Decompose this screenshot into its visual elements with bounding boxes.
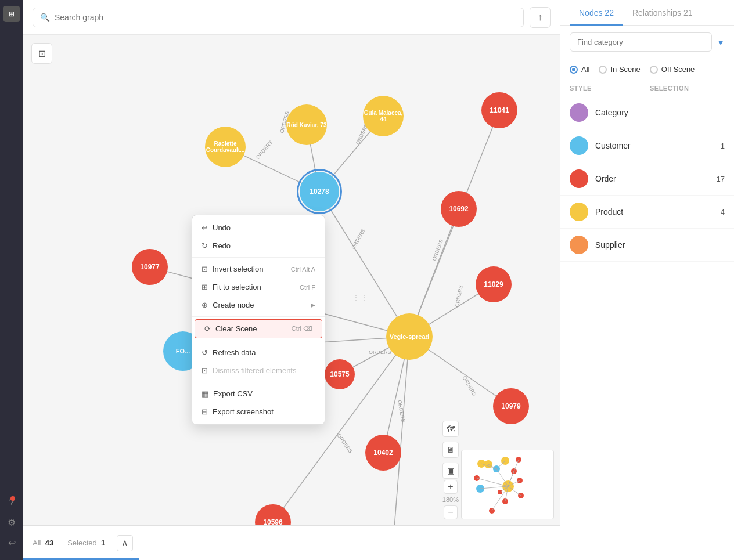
svg-text:ORDERS: ORDERS xyxy=(350,228,366,250)
ctx-redo[interactable]: ↻ Redo xyxy=(192,237,325,255)
radio-off-scene-label: Off Scene xyxy=(661,65,695,74)
node-11029[interactable]: 11029 xyxy=(476,266,512,302)
create-icon: ⊕ xyxy=(202,301,208,309)
ctx-screenshot-label: Export screenshot xyxy=(213,407,274,416)
panel-tabs: Nodes 22 Relationships 21 xyxy=(560,0,734,26)
ctx-invert-label: Invert selection xyxy=(213,265,263,273)
filter-button[interactable]: ⊡ xyxy=(31,43,52,64)
refresh-icon: ↺ xyxy=(202,348,208,357)
ctx-create[interactable]: ⊕ Create node ▶ xyxy=(192,296,325,314)
layout-button[interactable]: ▣ xyxy=(442,463,459,479)
ctx-undo-label: Undo xyxy=(213,223,231,232)
order-count: 17 xyxy=(717,175,725,183)
ctx-dismiss-label: Dismiss filtered elements xyxy=(213,366,297,375)
ctx-refresh[interactable]: ↺ Refresh data xyxy=(192,344,325,362)
selection-header: SELECTION xyxy=(650,85,689,92)
ctx-csv[interactable]: ▦ Export CSV xyxy=(192,385,325,403)
zoom-in-button[interactable]: + xyxy=(444,480,458,494)
tab-relationships[interactable]: Relationships 21 xyxy=(623,0,702,26)
zoom-out-button[interactable]: − xyxy=(444,505,458,519)
svg-text:ORDERS: ORDERS xyxy=(454,285,464,308)
map-button[interactable]: 🗺 xyxy=(442,421,459,437)
category-table-header: STYLE SELECTION xyxy=(560,80,734,96)
ctx-fit[interactable]: ⊞ Fit to selection Ctrl F xyxy=(192,278,325,296)
node-10977[interactable]: 10977 xyxy=(132,249,168,285)
customer-count: 1 xyxy=(721,142,725,150)
category-row-supplier[interactable]: Supplier xyxy=(560,229,734,262)
selected-stat: Selected 1 xyxy=(67,539,105,547)
right-panel: Nodes 22 Relationships 21 ▼ All In Scene… xyxy=(560,0,734,560)
category-row-product[interactable]: Product 4 xyxy=(560,196,734,229)
node-rod-kaviar[interactable]: Röd Kaviar, 73 xyxy=(286,104,327,145)
radio-all[interactable]: All xyxy=(570,65,589,74)
expand-bottom-button[interactable]: ∧ xyxy=(117,535,133,551)
node-10979[interactable]: 10979 xyxy=(493,388,529,424)
radio-off-scene[interactable]: Off Scene xyxy=(650,65,695,74)
app-logo: ⊞ xyxy=(3,6,20,22)
ctx-csv-label: Export CSV xyxy=(213,389,253,398)
node-gula-malacca[interactable]: Gula Malacca, 44 xyxy=(363,96,404,136)
settings-icon[interactable]: ⚙ xyxy=(8,517,16,528)
redo-icon: ↻ xyxy=(202,241,208,250)
radio-off-scene-circle xyxy=(650,66,658,74)
customer-name: Customer xyxy=(595,141,714,150)
ctx-divider-4 xyxy=(192,382,325,382)
product-name: Product xyxy=(595,207,714,216)
category-color-swatch xyxy=(570,103,588,122)
node-10402[interactable]: 10402 xyxy=(365,435,401,471)
product-color-swatch xyxy=(570,203,588,221)
ctx-fit-label: Fit to selection xyxy=(213,283,261,291)
find-category-input[interactable] xyxy=(570,32,712,52)
upload-button[interactable]: ↑ xyxy=(530,7,550,28)
all-count: 43 xyxy=(45,539,53,547)
ctx-undo[interactable]: ↩ Undo xyxy=(192,219,325,237)
ctx-screenshot[interactable]: ⊟ Export screenshot xyxy=(192,403,325,421)
node-11041[interactable]: 11041 xyxy=(481,92,517,128)
radio-all-label: All xyxy=(581,65,589,74)
csv-icon: ▦ xyxy=(202,389,208,398)
selected-count: 1 xyxy=(101,539,105,547)
svg-text:ORDERS: ORDERS xyxy=(461,375,477,397)
panel-search-area: ▼ xyxy=(560,26,734,59)
minimap xyxy=(461,450,554,519)
order-name: Order xyxy=(595,174,710,183)
ctx-dismiss: ⊡ Dismiss filtered elements xyxy=(192,362,325,380)
style-header: STYLE xyxy=(570,85,592,92)
search-input[interactable] xyxy=(55,13,516,22)
fit-view-button[interactable]: 🖥 xyxy=(442,442,459,458)
category-row-category[interactable]: Category xyxy=(560,96,734,129)
bottom-bar: All 43 Selected 1 ∧ xyxy=(23,525,560,560)
node-10575[interactable]: 10575 xyxy=(325,359,355,389)
main-area: 🔍 ↑ ⊡ xyxy=(23,0,560,560)
node-raclette[interactable]: Raclette Courdavault... xyxy=(205,127,246,167)
back-icon[interactable]: ↩ xyxy=(8,537,16,548)
notifications-icon[interactable]: ? xyxy=(9,497,15,508)
svg-text:ORDERS: ORDERS xyxy=(397,400,406,423)
ctx-clear[interactable]: ⟳ Clear Scene Ctrl ⌫ xyxy=(195,319,322,338)
category-row-customer[interactable]: Customer 1 xyxy=(560,129,734,162)
node-10692[interactable]: 10692 xyxy=(441,191,477,227)
svg-line-50 xyxy=(496,461,505,469)
search-box[interactable]: 🔍 xyxy=(33,8,524,27)
ctx-redo-label: Redo xyxy=(213,241,231,250)
chevron-up-icon: ∧ xyxy=(121,537,128,548)
panel-resize-handle[interactable]: ⋮⋮ xyxy=(352,293,368,302)
panel-filter-icon[interactable]: ▼ xyxy=(717,38,725,47)
tab-nodes[interactable]: Nodes 22 xyxy=(570,0,623,26)
search-icon: 🔍 xyxy=(40,13,50,22)
invert-icon: ⊡ xyxy=(202,265,208,273)
node-vegie-spread[interactable]: Vegie-spread xyxy=(386,313,433,360)
radio-in-scene[interactable]: In Scene xyxy=(599,65,640,74)
node-10278[interactable]: 10278 xyxy=(300,172,339,211)
graph-canvas[interactable]: ⊡ xyxy=(23,35,560,560)
customer-color-swatch xyxy=(570,136,588,155)
ctx-refresh-label: Refresh data xyxy=(213,348,256,357)
clear-icon: ⟳ xyxy=(204,324,211,333)
supplier-color-swatch xyxy=(570,236,588,254)
ctx-invert[interactable]: ⊡ Invert selection Ctrl Alt A xyxy=(192,260,325,278)
category-row-order[interactable]: Order 17 xyxy=(560,162,734,196)
upload-icon: ↑ xyxy=(538,12,542,23)
svg-line-0 xyxy=(319,192,409,337)
radio-all-circle xyxy=(570,66,578,74)
dismiss-icon: ⊡ xyxy=(202,366,208,375)
